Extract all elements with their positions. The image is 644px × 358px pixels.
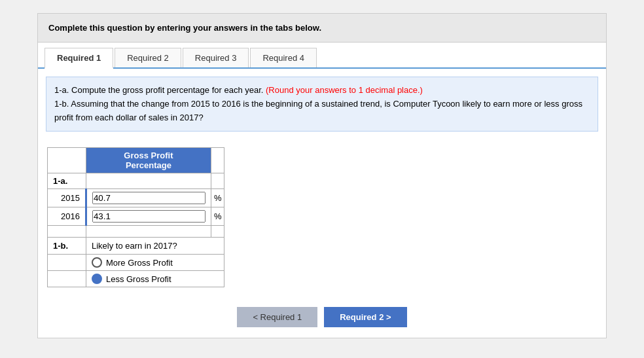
radio-less-label: Less Gross Profit (92, 274, 219, 284)
header-percent (211, 148, 224, 173)
radio-less-circle[interactable] (92, 274, 102, 284)
year-2016: 2016 (48, 207, 86, 226)
percent-2016: % (211, 207, 224, 226)
input-cell-2015 (86, 189, 211, 207)
radio-row-less: Less Gross Profit (48, 271, 224, 287)
header-empty (48, 148, 86, 173)
tab-required-1[interactable]: Required 1 (45, 48, 113, 69)
tab-required-4[interactable]: Required 4 (250, 48, 317, 67)
empty-row (48, 226, 224, 238)
header-gross-profit: Gross Profit Percentage (86, 148, 211, 173)
label-1a: 1-a. (48, 173, 86, 189)
input-cell-2016 (86, 207, 211, 226)
row-1a-header: 1-a. (48, 173, 224, 189)
main-container: Complete this question by entering your … (37, 13, 607, 338)
tabs-bar: Required 1 Required 2 Required 3 Require… (38, 43, 606, 69)
tab-required-3[interactable]: Required 3 (183, 48, 249, 67)
content-area: Gross Profit Percentage 1-a. (38, 138, 606, 294)
radio-more-text: More Gross Profit (106, 258, 173, 268)
input-2016[interactable] (92, 210, 206, 223)
radio-more-label: More Gross Profit (92, 257, 219, 268)
radio-less-cell[interactable]: Less Gross Profit (86, 271, 224, 287)
radio-row-more: More Gross Profit (48, 255, 224, 271)
input-2015[interactable] (92, 192, 206, 204)
question-line1-red: (Round your answers to 1 decimal place.) (266, 85, 423, 95)
prev-button[interactable]: < Required 1 (237, 307, 317, 327)
header-1a-pct (211, 173, 224, 189)
radio-less-text: Less Gross Profit (106, 274, 171, 284)
next-button[interactable]: Required 2 > (324, 307, 406, 327)
question-line2: 1-b. Assuming that the change from 2015 … (54, 99, 582, 122)
table-row: 2015 % (48, 189, 224, 207)
year-2015: 2015 (48, 189, 86, 207)
radio-more-cell[interactable]: More Gross Profit (86, 255, 224, 271)
tab-required-2[interactable]: Required 2 (115, 48, 181, 67)
radio-more-circle[interactable] (92, 257, 102, 268)
table-section: Gross Profit Percentage 1-a. (47, 147, 597, 287)
data-table: Gross Profit Percentage 1-a. (47, 147, 224, 287)
question-box: 1-a. Compute the gross profit percentage… (46, 77, 598, 132)
likely-text: Likely to earn in 2017? (86, 238, 224, 255)
label-1b: 1-b. (48, 238, 86, 255)
percent-2015: % (211, 189, 224, 207)
instruction-bar: Complete this question by entering your … (38, 14, 606, 43)
header-1a-gp (86, 173, 211, 189)
nav-buttons: < Required 1 Required 2 > (38, 307, 606, 327)
row-1b-header: 1-b. Likely to earn in 2017? (48, 238, 224, 255)
instruction-text: Complete this question by entering your … (48, 23, 321, 33)
question-line1-prefix: 1-a. Compute the gross profit percentage… (54, 85, 266, 95)
table-row: 2016 % (48, 207, 224, 226)
